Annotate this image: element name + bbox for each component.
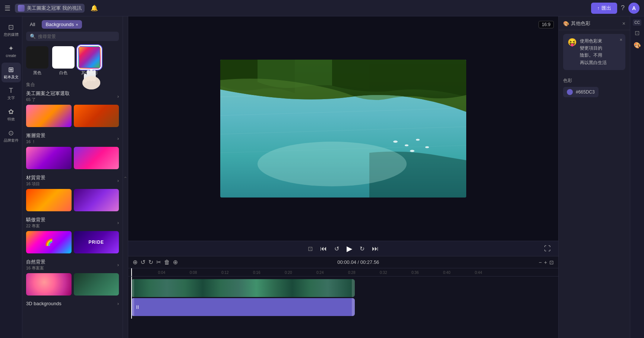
forward-button[interactable]: ↻: [360, 245, 364, 252]
right-panel: CC ⊡ 🎨 🎨 其他色彩 × × 😝 使用色彩來變更項目的陰影。不用再以黑白生…: [558, 16, 644, 338]
swatch-black-box[interactable]: [26, 46, 48, 69]
swatch-other-box[interactable]: [78, 46, 101, 69]
section-header-left-gradient: 漸層背景 16 ！: [26, 132, 45, 145]
tab-close-icon[interactable]: ×: [76, 22, 78, 27]
section-texture: 材質背景 16 項目 ›: [26, 174, 119, 211]
color-right-button[interactable]: 🎨: [632, 40, 643, 50]
abc-button[interactable]: ⊡: [633, 28, 641, 38]
track-handle-left-color[interactable]: [131, 298, 134, 316]
tab-backgrounds[interactable]: Backgrounds ×: [42, 20, 82, 29]
play-button[interactable]: ▶: [347, 244, 352, 253]
search-bar[interactable]: 🔍: [26, 32, 119, 41]
tl-redo-button[interactable]: ↻: [148, 259, 153, 266]
swatch-white[interactable]: 白色: [52, 46, 75, 76]
sidebar-item-create[interactable]: ✦ create: [1, 41, 21, 61]
video-frame[interactable]: [220, 60, 466, 198]
swatch-other[interactable]: 其他色彩: [78, 46, 101, 76]
icon-sidebar: ⊡ 您的媒體 ✦ create ⊞ 範本及文 T 文字 ✿ 特效 ⊙ 品牌套件: [0, 16, 22, 338]
section-header-pride[interactable]: 驕傲背景 22 專案 ›: [26, 217, 119, 229]
thumb-grid-nature: [26, 273, 119, 296]
section-header-champion[interactable]: 美工圖案之冠軍選取 65 了 ›: [26, 90, 119, 102]
color-display[interactable]: #665DC3: [563, 87, 599, 97]
collapse-panel[interactable]: ‹: [123, 16, 128, 338]
export-icon: ↑: [597, 5, 600, 11]
cc-button[interactable]: CC: [633, 19, 641, 26]
section-header-gradient[interactable]: 漸層背景 16 ！ ›: [26, 132, 119, 145]
panel-scroll[interactable]: 黑色 白色 其他色彩: [22, 44, 123, 338]
section-header-3d[interactable]: 3D backgrounds ›: [26, 301, 119, 306]
search-input[interactable]: [38, 34, 115, 39]
menu-icon[interactable]: ☰: [4, 4, 10, 12]
help-icon[interactable]: ?: [621, 4, 625, 12]
rp-close-button[interactable]: ×: [622, 20, 625, 26]
ruler-mark-4: 0:04: [158, 271, 165, 275]
thumb-nature-1[interactable]: [26, 273, 72, 296]
section-subtitle-nature: 16 專案案: [26, 265, 45, 271]
export-label: 匯出: [602, 5, 611, 12]
section-header-texture[interactable]: 材質背景 16 項目 ›: [26, 174, 119, 187]
expand-button[interactable]: ⊡: [549, 259, 554, 265]
aspect-ratio-badge: 16:9: [539, 21, 554, 28]
thumb-pride-2[interactable]: PRIDE: [74, 231, 119, 253]
track-pause-icon: ⏸: [135, 304, 140, 310]
sidebar-item-text[interactable]: T 文字: [1, 84, 21, 103]
color-hex: #665DC3: [576, 89, 595, 95]
color-track[interactable]: ⏸: [131, 298, 355, 316]
swatch-black[interactable]: 黑色: [26, 46, 48, 76]
tl-undo-button[interactable]: ↺: [141, 259, 145, 266]
zoom-out-button[interactable]: −: [539, 259, 542, 265]
tl-cut-button[interactable]: ✂: [156, 259, 161, 266]
timeline-scroll[interactable]: 0:04 0:08 0:12 0:16 0:20 0:24 0:28 0:32 …: [128, 268, 558, 338]
tl-delete-button[interactable]: 🗑: [164, 259, 170, 266]
video-preview: 16:9: [128, 16, 558, 241]
svg-point-11: [393, 140, 398, 143]
thumb-pride-1[interactable]: 🌈: [26, 231, 72, 253]
thumb-gradient-1[interactable]: [26, 147, 72, 169]
thumb-texture-2[interactable]: [74, 189, 119, 211]
notification-icon[interactable]: 🔔: [91, 4, 98, 12]
thumb-gradient-2[interactable]: [74, 147, 119, 169]
thumb-grid-champion: [26, 105, 119, 127]
ruler-mark-44: 0:44: [475, 271, 482, 275]
thumb-champion-2[interactable]: [74, 105, 119, 127]
logo-icon: [18, 5, 25, 12]
sidebar-item-effects[interactable]: ✿ 特效: [1, 105, 21, 124]
thumb-grid-gradient: [26, 147, 119, 169]
track-handle-left-video[interactable]: [131, 279, 134, 297]
video-track[interactable]: [131, 279, 355, 297]
media-label: 您的媒體: [4, 32, 19, 37]
section-header-left-nature: 自然背景 16 專案案: [26, 259, 45, 271]
thumb-champion-1[interactable]: [26, 105, 72, 127]
fullscreen-button[interactable]: ⛶: [544, 245, 551, 253]
rp-color-title: 色彩: [563, 78, 625, 84]
sidebar-item-templates[interactable]: ⊞ 範本及文: [1, 63, 21, 82]
svg-point-12: [405, 145, 408, 146]
tab-backgrounds-label: Backgrounds: [45, 22, 74, 27]
swatch-white-box[interactable]: [52, 46, 75, 69]
avatar[interactable]: A: [628, 3, 640, 14]
tooltip-close-button[interactable]: ×: [619, 37, 622, 42]
tab-all[interactable]: All: [26, 20, 39, 29]
skip-back-button[interactable]: ⏮: [320, 245, 327, 253]
thumb-texture-1[interactable]: [26, 189, 72, 211]
zoom-in-button[interactable]: +: [544, 259, 547, 265]
sidebar-item-brand[interactable]: ⊙ 品牌套件: [1, 126, 21, 146]
video-svg: [220, 60, 466, 198]
media-icon: ⊡: [8, 23, 14, 31]
capture-button[interactable]: ⊡: [308, 245, 313, 252]
sidebar-item-media[interactable]: ⊡ 您的媒體: [1, 20, 21, 40]
topbar: ☰ 美工圖案之冠軍 我的視訊 🔔 ↑ 匯出 ? A: [0, 0, 644, 16]
tl-magnet-button[interactable]: ⊕: [133, 259, 138, 266]
thumb-grid-texture: [26, 189, 119, 211]
collapse-icon: ‹: [123, 177, 128, 178]
track-handle-right-color[interactable]: [352, 298, 355, 316]
export-button[interactable]: ↑ 匯出: [591, 3, 617, 14]
tl-add-button[interactable]: ⊕: [173, 259, 178, 266]
skip-forward-button[interactable]: ⏭: [372, 245, 379, 253]
thumb-nature-2[interactable]: [74, 273, 119, 296]
track-handle-right-video[interactable]: [352, 279, 355, 297]
section-header-nature[interactable]: 自然背景 16 專案案 ›: [26, 259, 119, 271]
ruler-mark-40: 0:40: [443, 271, 450, 275]
ruler-mark-20: 0:20: [285, 271, 292, 275]
rewind-button[interactable]: ↺: [334, 245, 339, 252]
